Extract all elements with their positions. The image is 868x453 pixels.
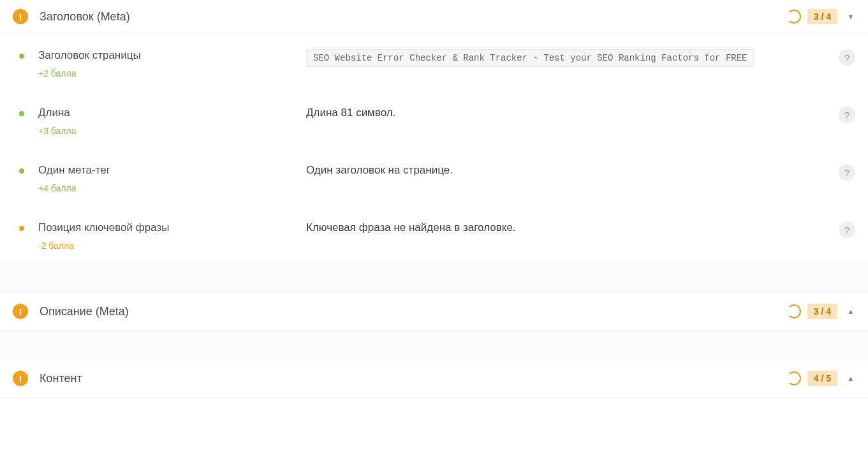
row-left: Заголовок страницы +2 балла <box>13 49 306 78</box>
row-title: Заголовок страницы <box>38 49 141 62</box>
row-points: -2 балла <box>38 241 169 251</box>
row-value: Длина 81 символ. <box>306 107 828 136</box>
score-badge: 3 / 4 <box>807 304 837 319</box>
status-dot-green <box>19 54 24 59</box>
section-title: Заголовок (Meta) <box>40 10 787 24</box>
status-dot-green <box>19 168 24 174</box>
section-gap <box>0 331 868 359</box>
warning-icon: ! <box>13 9 28 24</box>
section-title: Описание (Meta) <box>40 305 787 318</box>
row-value: Ключевая фраза не найдена в заголовке. <box>306 221 828 251</box>
row-titleblock: Один мета-тег +4 балла <box>38 164 110 193</box>
row-titleblock: Заголовок страницы +2 балла <box>38 49 141 78</box>
row-titleblock: Позиция ключевой фразы -2 балла <box>38 221 169 251</box>
section-header-meta-description[interactable]: ! Описание (Meta) 3 / 4 ▲ <box>0 292 868 331</box>
row-left: Позиция ключевой фразы -2 балла <box>13 221 306 251</box>
row-value: Один заголовок на странице. <box>306 164 828 193</box>
chevron-down-icon[interactable]: ▼ <box>846 13 855 20</box>
score-badge: 4 / 5 <box>807 371 837 386</box>
chevron-up-icon[interactable]: ▲ <box>846 308 855 315</box>
table-row: Один мета-тег +4 балла Один заголовок на… <box>0 149 868 206</box>
row-value: SEO Website Error Checker & Rank Tracker… <box>306 49 828 78</box>
status-dot-green <box>19 111 24 116</box>
warning-icon: ! <box>13 371 28 386</box>
row-left: Длина +3 балла <box>13 107 306 136</box>
help-icon[interactable]: ? <box>839 164 855 181</box>
table-row: Заголовок страницы +2 балла SEO Website … <box>0 34 868 91</box>
warning-icon: ! <box>13 304 28 319</box>
row-left: Один мета-тег +4 балла <box>13 164 306 193</box>
table-row: Позиция ключевой фразы -2 балла Ключевая… <box>0 206 868 264</box>
section-rows: Заголовок страницы +2 балла SEO Website … <box>0 34 868 264</box>
code-value: SEO Website Error Checker & Rank Tracker… <box>306 49 754 67</box>
row-points: +4 балла <box>38 183 110 193</box>
row-title: Один мета-тег <box>38 164 110 177</box>
section-header-content[interactable]: ! Контент 4 / 5 ▲ <box>0 359 868 398</box>
row-titleblock: Длина +3 балла <box>38 107 76 136</box>
help-icon[interactable]: ? <box>839 107 855 123</box>
help-icon[interactable]: ? <box>839 49 855 66</box>
row-title: Длина <box>38 107 76 119</box>
spinner-icon <box>787 304 801 318</box>
row-points: +2 балла <box>38 68 141 78</box>
status-dot-orange <box>19 226 24 231</box>
section-header-meta-title[interactable]: ! Заголовок (Meta) 3 / 4 ▼ <box>0 0 868 34</box>
score-badge: 3 / 4 <box>807 9 837 24</box>
row-points: +3 балла <box>38 126 76 136</box>
spinner-icon <box>787 10 801 24</box>
section-gap <box>0 264 868 292</box>
spinner-icon <box>787 371 801 385</box>
help-icon[interactable]: ? <box>839 221 855 238</box>
section-title: Контент <box>40 372 787 385</box>
row-title: Позиция ключевой фразы <box>38 221 169 234</box>
table-row: Длина +3 балла Длина 81 символ. ? <box>0 91 868 149</box>
chevron-up-icon[interactable]: ▲ <box>846 375 855 382</box>
